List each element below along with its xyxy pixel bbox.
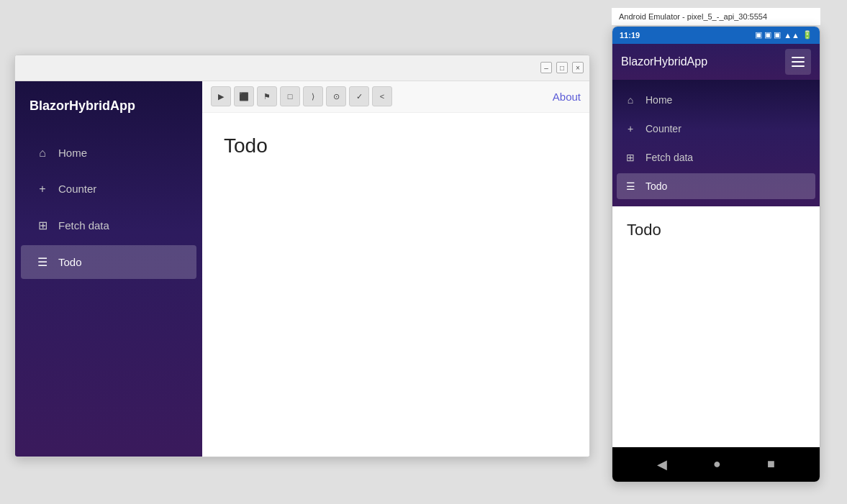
toolbar-btn-6[interactable]: ⊙ bbox=[326, 86, 346, 106]
restore-button[interactable]: □ bbox=[556, 62, 568, 73]
desktop-main: ▶ ⬛ ⚑ □ ⟩ ⊙ ✓ < About Todo bbox=[202, 81, 589, 457]
minimize-button[interactable]: – bbox=[540, 62, 552, 73]
toolbar-btn-8[interactable]: < bbox=[372, 86, 392, 106]
window-body: BlazorHybridApp ⌂ Home + Counter ⊞ Fetch… bbox=[15, 81, 589, 457]
android-fetchdata-label: Fetch data bbox=[646, 152, 693, 163]
android-counter-label: Counter bbox=[646, 123, 681, 134]
sidebar-item-home[interactable]: ⌂ Home bbox=[21, 137, 196, 170]
recents-button[interactable]: ■ bbox=[767, 457, 775, 472]
android-sidebar: ⌂ Home + Counter ⊞ Fetch data ☰ Todo bbox=[612, 80, 820, 206]
status-time: 11:19 bbox=[620, 31, 640, 40]
hamburger-line-2 bbox=[792, 61, 805, 63]
window-titlebar: – □ × bbox=[15, 55, 589, 81]
android-todo-icon: ☰ bbox=[624, 180, 637, 192]
close-button[interactable]: × bbox=[572, 62, 584, 73]
android-home-icon: ⌂ bbox=[624, 94, 637, 106]
android-content: Todo bbox=[612, 206, 820, 447]
toolbar-btn-4[interactable]: □ bbox=[280, 86, 300, 106]
android-appbar-title: BlazorHybridApp bbox=[621, 55, 707, 68]
android-navbar: ◀ ● ■ bbox=[612, 447, 820, 482]
android-todo-label: Todo bbox=[646, 180, 667, 192]
page-title: Todo bbox=[224, 134, 568, 157]
hamburger-line-1 bbox=[792, 57, 805, 58]
sidebar-nav: ⌂ Home + Counter ⊞ Fetch data ☰ Todo bbox=[15, 135, 202, 280]
toolbar-btn-7[interactable]: ✓ bbox=[349, 86, 369, 106]
home-button[interactable]: ● bbox=[713, 457, 721, 472]
sidebar-item-home-label: Home bbox=[58, 147, 87, 159]
toolbar-btn-5[interactable]: ⟩ bbox=[303, 86, 323, 106]
sidebar-item-todo[interactable]: ☰ Todo bbox=[21, 245, 196, 279]
android-fetchdata-icon: ⊞ bbox=[624, 152, 637, 163]
desktop-window: – □ × BlazorHybridApp ⌂ Home + Counter ⊞… bbox=[14, 55, 590, 457]
desktop-toolbar: ▶ ⬛ ⚑ □ ⟩ ⊙ ✓ < About bbox=[202, 81, 589, 113]
hamburger-line-3 bbox=[792, 65, 805, 67]
android-nav-todo[interactable]: ☰ Todo bbox=[617, 173, 815, 199]
android-appbar: BlazorHybridApp bbox=[612, 44, 820, 80]
sidebar-item-fetchdata[interactable]: ⊞ Fetch data bbox=[21, 209, 196, 242]
counter-icon: + bbox=[35, 183, 50, 196]
android-nav-home[interactable]: ⌂ Home bbox=[612, 86, 820, 114]
android-nav-counter[interactable]: + Counter bbox=[612, 114, 820, 143]
android-phone: 11:19 ▣ ▣ ▣ ▲▲ 🔋 BlazorHybridApp ⌂ Home bbox=[612, 26, 820, 482]
android-home-label: Home bbox=[646, 94, 672, 106]
sidebar-brand: BlazorHybridApp bbox=[15, 81, 202, 128]
desktop-content: Todo bbox=[202, 113, 589, 457]
android-emulator: Android Emulator - pixel_5_-_api_30:5554… bbox=[612, 8, 820, 482]
android-page-title: Todo bbox=[627, 221, 805, 239]
back-button[interactable]: ◀ bbox=[657, 457, 667, 472]
sidebar-item-fetchdata-label: Fetch data bbox=[58, 219, 109, 232]
home-icon: ⌂ bbox=[35, 147, 50, 160]
toolbar-btn-3[interactable]: ⚑ bbox=[257, 86, 277, 106]
emulator-titlebar: Android Emulator - pixel_5_-_api_30:5554 bbox=[612, 8, 820, 26]
sidebar-item-todo-label: Todo bbox=[58, 256, 82, 268]
battery-icon: 🔋 bbox=[802, 30, 812, 40]
todo-icon: ☰ bbox=[35, 255, 50, 269]
android-nav-fetchdata[interactable]: ⊞ Fetch data bbox=[612, 143, 820, 172]
toolbar-btn-1[interactable]: ▶ bbox=[211, 86, 231, 106]
about-link[interactable]: About bbox=[553, 91, 581, 103]
toolbar-btn-2[interactable]: ⬛ bbox=[234, 86, 254, 106]
sidebar-item-counter[interactable]: + Counter bbox=[21, 173, 196, 206]
android-counter-icon: + bbox=[624, 123, 637, 134]
fetchdata-icon: ⊞ bbox=[35, 219, 50, 232]
desktop-sidebar: BlazorHybridApp ⌂ Home + Counter ⊞ Fetch… bbox=[15, 81, 202, 457]
notification-icons: ▣ ▣ ▣ bbox=[755, 30, 781, 40]
status-icons: ▣ ▣ ▣ ▲▲ 🔋 bbox=[755, 30, 812, 40]
sidebar-item-counter-label: Counter bbox=[58, 183, 96, 195]
android-statusbar: 11:19 ▣ ▣ ▣ ▲▲ 🔋 bbox=[612, 27, 820, 44]
signal-icon: ▲▲ bbox=[784, 31, 800, 40]
hamburger-button[interactable] bbox=[785, 49, 811, 75]
